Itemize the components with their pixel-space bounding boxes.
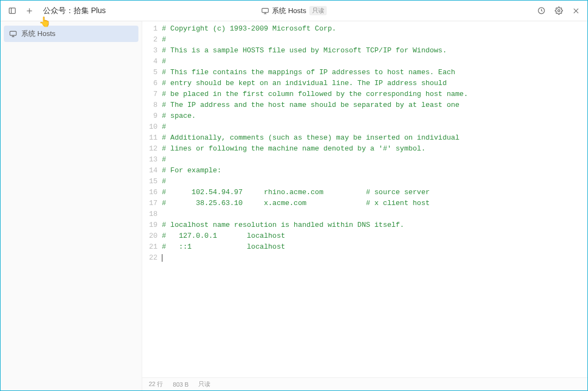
line-content: # <box>162 56 166 67</box>
editor-line: 9# space. <box>142 111 587 122</box>
svg-rect-0 <box>9 8 15 14</box>
editor-line: 21# ::1 localhost <box>142 242 587 252</box>
settings-button[interactable] <box>550 3 567 19</box>
editor-pane: 1# Copyright (c) 1993-2009 Microsoft Cor… <box>142 21 587 390</box>
editor-line: 19# localhost name resolution is handled… <box>142 220 587 231</box>
line-content: # space. <box>162 111 196 122</box>
line-number: 15 <box>142 176 162 187</box>
editor-line: 12# lines or following the machine name … <box>142 143 587 154</box>
editor-line: 17# 38.25.63.10 x.acme.com # x client ho… <box>142 198 587 209</box>
readonly-badge: 只读 <box>310 6 327 15</box>
line-number: 2 <box>142 34 162 45</box>
svg-point-8 <box>557 10 560 12</box>
editor-line: 15# <box>142 176 587 187</box>
titlebar-left: 公众号：拾集 Plus <box>4 3 106 19</box>
line-content: # lines or following the machine name de… <box>162 143 426 154</box>
line-content: # entry should be kept on an individual … <box>162 78 447 89</box>
monitor-icon <box>261 7 269 15</box>
status-mode: 只读 <box>198 380 210 388</box>
line-number: 11 <box>142 133 162 143</box>
line-content: # ::1 localhost <box>162 242 285 252</box>
sidebar-item-label: 系统 Hosts <box>21 29 56 39</box>
line-content: # 127.0.0.1 localhost <box>162 231 285 242</box>
line-content <box>162 252 162 263</box>
line-number: 6 <box>142 78 162 89</box>
line-number: 8 <box>142 100 162 111</box>
line-number: 21 <box>142 242 162 252</box>
center-title: 系统 Hosts <box>272 6 306 16</box>
editor-line: 18 <box>142 209 587 220</box>
statusbar: 22 行 803 B 只读 <box>142 377 587 390</box>
line-number: 19 <box>142 220 162 231</box>
editor[interactable]: 1# Copyright (c) 1993-2009 Microsoft Cor… <box>142 21 587 377</box>
monitor-icon <box>9 30 17 38</box>
line-content: # <box>162 34 166 45</box>
line-number: 18 <box>142 209 162 220</box>
line-number: 4 <box>142 56 162 67</box>
line-number: 7 <box>142 89 162 100</box>
line-number: 12 <box>142 143 162 154</box>
line-content: # The IP address and the host name shoul… <box>162 100 459 111</box>
editor-line: 7# be placed in the first column followe… <box>142 89 587 100</box>
line-number: 22 <box>142 252 162 263</box>
editor-line: 1# Copyright (c) 1993-2009 Microsoft Cor… <box>142 23 587 34</box>
editor-line: 13# <box>142 154 587 165</box>
line-content: # 38.25.63.10 x.acme.com # x client host <box>162 198 429 209</box>
line-content: # This file contains the mappings of IP … <box>162 67 455 78</box>
editor-line: 14# For example: <box>142 165 587 176</box>
line-content: # Copyright (c) 1993-2009 Microsoft Corp… <box>162 23 336 34</box>
editor-line: 6# entry should be kept on an individual… <box>142 78 587 89</box>
editor-line: 22 <box>142 252 587 263</box>
text-cursor <box>162 254 162 262</box>
line-number: 5 <box>142 67 162 78</box>
line-number: 14 <box>142 165 162 176</box>
editor-line: 10# <box>142 122 587 133</box>
line-number: 20 <box>142 231 162 242</box>
line-content: # <box>162 122 166 133</box>
close-button[interactable] <box>568 3 584 19</box>
svg-rect-11 <box>10 31 16 35</box>
line-number: 13 <box>142 154 162 165</box>
line-content: # <box>162 176 166 187</box>
line-number: 9 <box>142 111 162 122</box>
editor-line: 16# 102.54.94.97 rhino.acme.com # source… <box>142 187 587 198</box>
add-button[interactable] <box>21 3 38 19</box>
titlebar-center: 系统 Hosts 只读 <box>261 6 327 16</box>
content: 系统 Hosts 1# Copyright (c) 1993-2009 Micr… <box>1 21 587 390</box>
editor-line: 5# This file contains the mappings of IP… <box>142 67 587 78</box>
status-lines: 22 行 <box>149 380 163 388</box>
line-content: # This is a sample HOSTS file used by Mi… <box>162 45 447 56</box>
line-content: # be placed in the first column followed… <box>162 89 468 100</box>
line-content: # localhost name resolution is handled w… <box>162 220 404 231</box>
panel-toggle-button[interactable] <box>4 3 20 19</box>
titlebar: 公众号：拾集 Plus 系统 Hosts 只读 👆 <box>1 1 587 21</box>
status-bytes: 803 B <box>173 381 189 388</box>
app-title: 公众号：拾集 Plus <box>43 6 106 16</box>
line-number: 16 <box>142 187 162 198</box>
line-content: # For example: <box>162 165 221 176</box>
line-number: 1 <box>142 23 162 34</box>
editor-line: 20# 127.0.0.1 localhost <box>142 231 587 242</box>
editor-line: 4# <box>142 56 587 67</box>
line-number: 3 <box>142 45 162 56</box>
svg-rect-4 <box>262 8 268 13</box>
sidebar-item-system-hosts[interactable]: 系统 Hosts <box>4 26 138 42</box>
line-content: # Additionally, comments (such as these)… <box>162 133 459 143</box>
line-number: 17 <box>142 198 162 209</box>
sidebar: 系统 Hosts <box>1 21 142 390</box>
editor-line: 2# <box>142 34 587 45</box>
editor-line: 8# The IP address and the host name shou… <box>142 100 587 111</box>
editor-line: 3# This is a sample HOSTS file used by M… <box>142 45 587 56</box>
line-content: # 102.54.94.97 rhino.acme.com # source s… <box>162 187 429 198</box>
line-content: # <box>162 154 166 165</box>
history-button[interactable] <box>533 3 549 19</box>
line-number: 10 <box>142 122 162 133</box>
editor-line: 11# Additionally, comments (such as thes… <box>142 133 587 143</box>
titlebar-right <box>533 3 584 19</box>
